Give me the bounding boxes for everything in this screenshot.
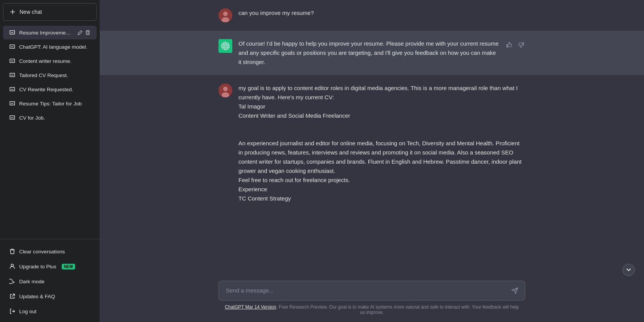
new-badge: NEW (62, 264, 75, 269)
chat-item-label: Resume Tips: Tailor for Job (19, 101, 90, 107)
moon-icon (9, 278, 15, 284)
chat-list: Resume Improvement A ChatGPT: AI languag… (0, 24, 100, 236)
log-out-button[interactable]: Log out (3, 304, 97, 319)
user-avatar-2 (219, 84, 232, 97)
external-link-icon (9, 293, 15, 299)
assistant-message-1: Of course! I'd be happy to help you impr… (100, 31, 644, 75)
clear-conversations-button[interactable]: Clear conversations (3, 244, 97, 259)
user-avatar-image (219, 8, 232, 22)
svg-point-11 (223, 12, 228, 16)
thumbs-up-button[interactable] (505, 41, 514, 50)
sidebar-bottom: Clear conversations Upgrade to Plus NEW … (0, 242, 100, 322)
user-message-1: can you improve my resume? (100, 0, 644, 31)
chat-item-resume-tips[interactable]: Resume Tips: Tailor for Job (3, 97, 97, 110)
chat-icon (9, 86, 15, 92)
send-icon (511, 287, 518, 294)
chat-item-cv-rewrite[interactable]: CV Rewrite Requested. (3, 82, 97, 96)
chat-item-tailored-cv[interactable]: Tailored CV Request. (3, 68, 97, 82)
chat-item-resume-improvement[interactable]: Resume Improvement A (3, 26, 97, 39)
user-message-2: my goal is to apply to content editor ro… (100, 75, 644, 212)
chat-item-content-writer[interactable]: Content writer resume. (3, 54, 97, 68)
input-area: ChatGPT Mar 14 Version. Free Research Pr… (100, 276, 644, 322)
chat-icon (9, 58, 15, 64)
chat-icon (9, 44, 15, 50)
message-actions-1 (505, 39, 525, 50)
chevron-down-icon (626, 267, 632, 273)
main-content: can you improve my resume? Of course! I'… (100, 0, 644, 322)
chat-item-label: Resume Improvement A (19, 30, 74, 36)
thumbs-up-icon (506, 41, 513, 48)
upgrade-plus-label: Upgrade to Plus (19, 264, 56, 269)
upgrade-plus-button[interactable]: Upgrade to Plus NEW (3, 259, 97, 274)
chat-item-label: Tailored CV Request. (19, 72, 90, 78)
thumbs-down-icon (518, 41, 524, 48)
chat-icon (9, 100, 15, 107)
chat-icon (9, 30, 15, 36)
user-message-content-1: can you improve my resume? (238, 8, 525, 18)
message-input[interactable] (219, 281, 525, 301)
clear-conversations-label: Clear conversations (19, 249, 65, 255)
chat-item-cv-for-job[interactable]: CV for Job. (3, 111, 97, 125)
dark-mode-label: Dark mode (19, 279, 44, 284)
trash-icon (9, 248, 15, 255)
chat-messages: can you improve my resume? Of course! I'… (100, 0, 644, 276)
chat-item-label: CV Rewrite Requested. (19, 87, 90, 92)
chat-icon (9, 115, 15, 121)
plus-icon (10, 9, 16, 15)
svg-point-14 (223, 87, 228, 91)
chat-item-label: Content writer resume. (19, 58, 90, 64)
assistant-message-content-1: Of course! I'd be happy to help you impr… (238, 39, 499, 67)
new-chat-label: New chat (20, 9, 42, 15)
dark-mode-button[interactable]: Dark mode (3, 274, 97, 289)
send-button[interactable] (510, 286, 520, 297)
svg-point-9 (11, 264, 13, 266)
updates-faq-label: Updates & FAQ (19, 294, 55, 299)
footer-link[interactable]: ChatGPT Mar 14 Version (225, 304, 276, 310)
user-avatar-image-2 (219, 84, 232, 97)
input-wrapper (219, 281, 525, 302)
chat-item-chatgpt-language[interactable]: ChatGPT: AI language model. (3, 40, 97, 54)
user-avatar (219, 8, 232, 22)
scroll-bottom-button[interactable] (623, 264, 635, 276)
new-chat-button[interactable]: New chat (3, 3, 97, 21)
logout-icon (9, 308, 15, 314)
user-message-content-2: my goal is to apply to content editor ro… (238, 84, 525, 203)
user-icon (9, 263, 15, 269)
sidebar-divider (0, 239, 100, 239)
assistant-avatar (219, 39, 232, 53)
thumbs-down-button[interactable] (517, 41, 525, 50)
chat-item-label: CV for Job. (19, 115, 90, 121)
footer-text: ChatGPT Mar 14 Version. Free Research Pr… (219, 302, 525, 319)
chat-icon (9, 72, 15, 78)
edit-icon[interactable] (77, 30, 83, 35)
delete-icon[interactable] (85, 30, 90, 35)
chat-item-actions (77, 30, 90, 35)
chat-item-label: ChatGPT: AI language model. (19, 44, 90, 50)
updates-faq-button[interactable]: Updates & FAQ (3, 289, 97, 304)
log-out-label: Log out (19, 309, 36, 314)
openai-icon (221, 42, 230, 50)
sidebar: New chat Resume Improvement A (0, 0, 100, 322)
footer-description: . Free Research Preview. Our goal is to … (276, 304, 519, 315)
